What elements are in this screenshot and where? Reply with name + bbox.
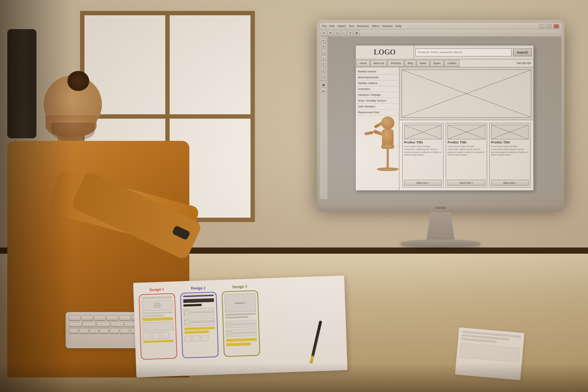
tool-ellipse[interactable]: ○ [321,56,326,61]
menu-file[interactable]: File [322,24,327,28]
sidebar-item-3[interactable]: Controllers [357,86,398,92]
sketch-img-block [142,300,173,311]
key [96,322,110,327]
sketch-line-1 [142,311,173,314]
nav-support[interactable]: Suport [430,60,444,67]
wf-search-area: Search [414,45,533,59]
sidebar-item-7[interactable]: Replacement Parts [357,110,398,115]
sketch-highlight-1 [142,317,173,321]
nav-products[interactable]: Products [387,60,404,67]
nav-contact[interactable]: Contact [444,60,459,67]
key [99,328,109,333]
sidebar-item-0[interactable]: Rainfall Sensors [357,69,398,75]
monitor-assembly: File Edit Object Text Selection Effect W… [317,20,564,248]
sketch-3-image: IMAGE 3 [225,293,256,313]
design-3-area: Design 3 IMAGE 3 [221,284,261,369]
sketch-2-highlight-1 [184,326,215,330]
tool-select[interactable]: ↖ [321,38,326,43]
toolbar-btn-2[interactable]: ✏ [328,30,334,36]
product-title-0: Produc Title [404,140,442,144]
screen-application: File Edit Object Text Selection Effect W… [320,23,561,199]
sketch-3-line-1 [225,313,256,316]
tool-draw[interactable]: ✏ [321,44,326,49]
sidebar-item-6[interactable]: Solar Radiation [357,104,398,110]
app-titlebar: File Edit Object Text Selection Effect W… [320,23,561,29]
nav-about[interactable]: About Us [370,60,387,67]
tool-line[interactable]: ╱ [321,67,326,72]
key [120,328,129,333]
monitor-stand-neck [421,212,461,239]
sketch-2-content-2 [184,317,215,326]
menu-window[interactable]: Window [382,24,392,28]
titlebar-menu: File Edit Object Text Selection Effect W… [322,24,402,28]
bottom-shadow [0,363,588,392]
bottom-icon-3 [201,335,209,341]
monitor-screen: File Edit Object Text Selection Effect W… [320,23,561,199]
content-line-2 [190,320,214,323]
key [119,315,131,320]
monitor-frame: File Edit Object Text Selection Effect W… [317,20,564,206]
tool-options[interactable]: ▬ [321,88,326,93]
menu-selection[interactable]: Selection [357,24,369,28]
pen-stylus [309,320,322,364]
sketch-icon-3 [161,332,169,339]
wf-search-button[interactable]: Search [513,48,532,56]
toolbar-btn-6[interactable]: ⊞ [354,30,360,36]
envelope-flap [155,304,160,305]
sidebar-item-5[interactable]: Temp / Humidity Sensors [357,98,398,104]
design-1-mobile [139,293,177,360]
design-3-label: Design 3 [232,284,247,289]
nav-news[interactable]: News [417,60,430,67]
sketch-statusbar [142,296,172,299]
product-desc-1: Lorem ipsum dolor sit amet, consectetur … [447,145,485,179]
wf-search-input[interactable] [415,48,512,56]
toolbar-btn-3[interactable]: □ [334,30,340,36]
design-1-label: Design 1 [149,287,164,292]
tool-rect[interactable]: □ [321,50,326,55]
key [110,328,119,333]
toolbar-btn-4[interactable]: ○ [341,30,347,36]
more-info-btn-1[interactable]: More Info » [447,180,485,186]
sidebar-item-1[interactable]: Wind Anemometer [357,75,398,80]
sketch-2-icons [185,335,216,342]
product-img-2 [491,125,529,139]
sidebar-item-2[interactable]: Weather Stations [357,80,398,86]
sketch-3-row-2 [226,328,257,337]
tool-color[interactable]: ◨ [321,82,326,87]
close-button[interactable]: ✕ [553,24,559,28]
row-text [232,322,255,325]
paper-box [459,343,520,363]
menu-edit[interactable]: Edit [329,24,335,28]
key [79,328,88,333]
tool-text[interactable]: T [321,62,326,67]
bottom-icon-1 [185,336,192,342]
menu-text[interactable]: Text [349,24,354,28]
more-info-btn-2[interactable]: More Info » [491,180,529,186]
menu-object[interactable]: Object [338,24,346,28]
toolbar-btn-1[interactable]: ↖ [321,30,327,36]
sidebar-item-4[interactable]: Indicators / Displays [357,92,398,98]
maximize-button[interactable]: □ [546,24,552,28]
row-text-2 [233,331,256,334]
minimize-button[interactable]: _ [539,24,545,28]
monitor-stand-base [400,239,481,248]
wf-main-content: Produc Title Lorem ipsum dolor sit amet,… [399,67,533,190]
toolbar-btn-5[interactable]: T [347,30,353,36]
content-block-1 [184,310,189,315]
wf-hero-x-mark [402,70,531,117]
figure-head [381,116,394,130]
product-card-0: Produc Title Lorem ipsum dolor sit amet,… [402,123,443,187]
design-1-area: Design 1 [138,286,178,372]
tool-zoom[interactable]: 🔍 [321,73,326,78]
sketch-2-bar-1 [183,298,214,303]
sketch-3-line-2 [225,316,248,318]
sketch-line-2 [142,314,164,317]
menu-help[interactable]: Help [395,24,401,28]
nav-home[interactable]: Home [356,60,370,67]
nav-blog[interactable]: Blog [405,60,416,67]
menu-effect[interactable]: Effect [372,24,379,28]
sketch-3-highlight [226,338,257,342]
product-desc-0: Lorem ipsum dolor sit amet, consectetur … [404,145,442,179]
more-info-btn-0[interactable]: More Info » [404,180,442,186]
figure-torso [382,129,394,145]
